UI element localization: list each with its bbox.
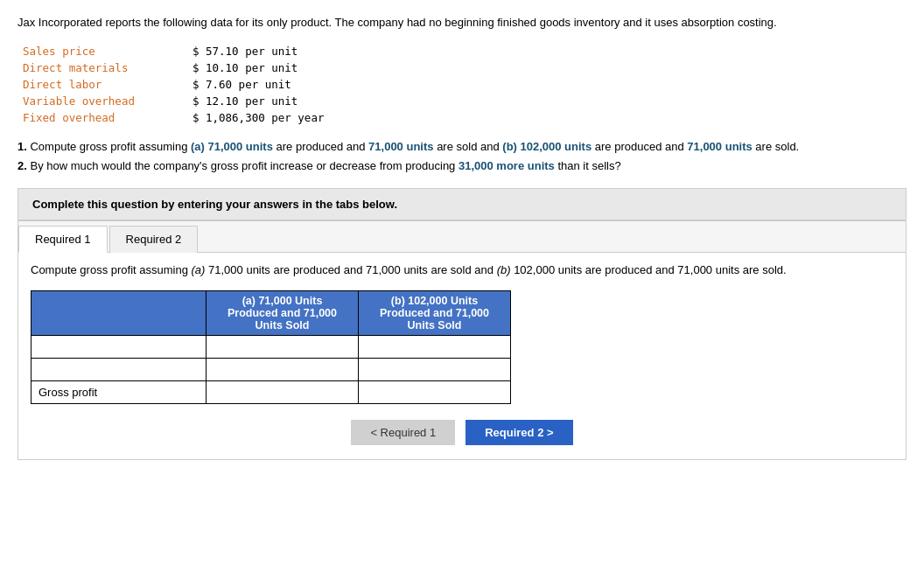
table-row: Variable overhead $ 12.10 per unit: [19, 94, 327, 108]
grid-header-row: (a) 71,000 UnitsProduced and 71,000Units…: [32, 291, 511, 336]
table-row: Direct materials $ 10.10 per unit: [19, 60, 327, 75]
q1-number: 1.: [18, 140, 27, 153]
row2-b-input[interactable]: [366, 364, 503, 376]
gross-b-input[interactable]: [366, 387, 503, 399]
gross-profit-text: Gross profit: [38, 386, 97, 399]
q1-text: Compute gross profit assuming (a) 71,000…: [30, 140, 799, 153]
intro-paragraph: Jax Incorporated reports the following d…: [18, 14, 906, 31]
grid-gross-profit-row: Gross profit: [32, 381, 511, 404]
row1-b-input[interactable]: [366, 341, 503, 353]
gross-profit-label: Gross profit: [32, 381, 206, 404]
company-data-table: Sales price $ 57.10 per unit Direct mate…: [18, 42, 329, 127]
table-row: Fixed overhead $ 1,086,300 per year: [19, 110, 327, 125]
row2-input-a[interactable]: [206, 359, 359, 381]
tab-required-1[interactable]: Required 1: [18, 226, 108, 253]
row1-label: [32, 336, 206, 359]
instruction-box: Complete this question by entering your …: [18, 188, 906, 220]
tab1-content: Compute gross profit assuming (a) 71,000…: [18, 253, 906, 460]
value-direct-materials: $ 10.10 per unit: [189, 60, 328, 75]
label-fixed-overhead: Fixed overhead: [19, 110, 187, 125]
intro-text: Jax Incorporated reports the following d…: [18, 16, 777, 29]
gross-profit-input-b[interactable]: [359, 381, 511, 404]
questions-section: 1. Compute gross profit assuming (a) 71,…: [18, 137, 906, 176]
value-fixed-overhead: $ 1,086,300 per year: [189, 110, 328, 125]
label-sales-price: Sales price: [19, 44, 187, 59]
table-row: Sales price $ 57.10 per unit: [19, 44, 327, 59]
row2-input-b[interactable]: [359, 359, 511, 381]
row1-input-a[interactable]: [206, 336, 359, 359]
tabs-header: Required 1 Required 2: [18, 221, 906, 253]
question-1: 1. Compute gross profit assuming (a) 71,…: [18, 137, 906, 157]
instruction-text: Complete this question by entering your …: [32, 198, 397, 211]
nav-buttons: < Required 1 Required 2 >: [31, 420, 893, 445]
label-direct-labor: Direct labor: [19, 77, 187, 92]
question-2: 2. By how much would the company's gross…: [18, 157, 906, 176]
q2-number: 2.: [18, 159, 27, 172]
grid-row-2: [32, 359, 511, 381]
answer-grid: (a) 71,000 UnitsProduced and 71,000Units…: [31, 290, 511, 404]
tabs-container: Required 1 Required 2 Compute gross prof…: [18, 220, 906, 461]
row2-a-input[interactable]: [214, 364, 351, 376]
col-header-empty: [32, 291, 206, 336]
gross-profit-input-a[interactable]: [206, 381, 359, 404]
q2-text: By how much would the company's gross pr…: [30, 159, 620, 172]
table-row: Direct labor $ 7.60 per unit: [19, 77, 327, 92]
row1-a-input[interactable]: [214, 341, 351, 353]
row1-input-b[interactable]: [359, 336, 511, 359]
row2-label: [32, 359, 206, 381]
tab1-description: Compute gross profit assuming (a) 71,000…: [31, 262, 893, 279]
prev-button[interactable]: < Required 1: [351, 420, 455, 445]
next-label: Required 2 >: [485, 426, 553, 439]
gross-a-input[interactable]: [214, 387, 351, 399]
grid-row-1: [32, 336, 511, 359]
next-button[interactable]: Required 2 >: [466, 420, 572, 445]
tab2-label: Required 2: [126, 233, 182, 246]
col-header-a: (a) 71,000 UnitsProduced and 71,000Units…: [206, 291, 359, 336]
tab-required-2[interactable]: Required 2: [109, 226, 199, 253]
tab1-label: Required 1: [35, 233, 91, 246]
label-variable-overhead: Variable overhead: [19, 94, 187, 108]
value-sales-price: $ 57.10 per unit: [189, 44, 328, 59]
label-direct-materials: Direct materials: [19, 60, 187, 75]
col-header-b: (b) 102,000 UnitsProduced and 71,000Unit…: [359, 291, 511, 336]
prev-label: < Required 1: [370, 426, 436, 439]
value-variable-overhead: $ 12.10 per unit: [189, 94, 328, 108]
value-direct-labor: $ 7.60 per unit: [189, 77, 328, 92]
